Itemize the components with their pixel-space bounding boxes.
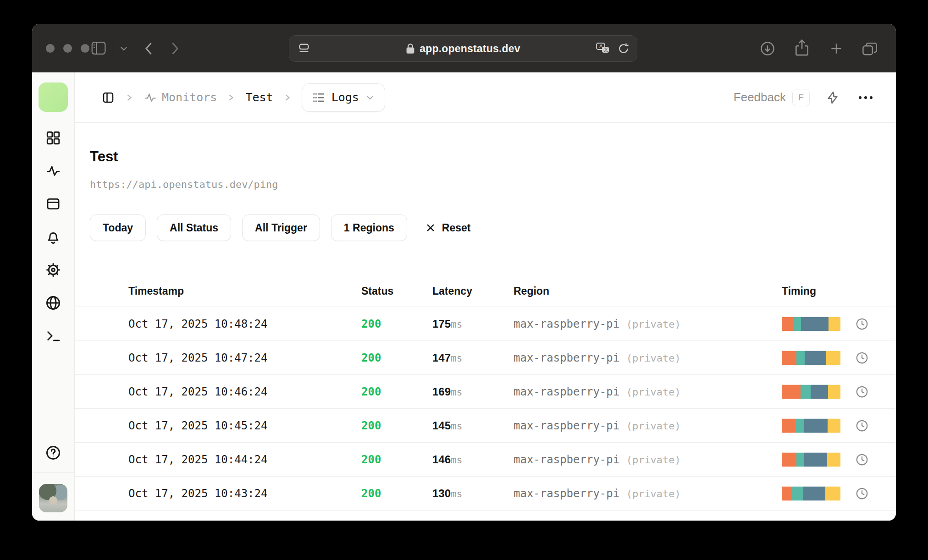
table-row[interactable]: Oct 17, 2025 10:44:24 200 146ms max-rasp… [75, 443, 896, 477]
clock-icon[interactable] [854, 486, 870, 501]
breadcrumb: Monitors Test [101, 83, 385, 112]
zoom-window-button[interactable] [81, 44, 89, 53]
reset-filters-button[interactable]: Reset [425, 222, 471, 234]
timing-bar [782, 317, 840, 331]
clock-icon[interactable] [854, 316, 870, 332]
sidebar-divider [32, 472, 74, 473]
more-options-icon[interactable] [856, 88, 876, 108]
row-region: max-raspberry-pi (private) [514, 385, 681, 398]
browser-window: app.openstatus.dev A 文 [32, 24, 896, 521]
globe-icon[interactable] [44, 293, 63, 313]
timing-bar [782, 452, 840, 467]
feedback-label: Feedback [734, 90, 786, 104]
clock-icon[interactable] [854, 452, 870, 467]
row-timestamp: Oct 17, 2025 10:46:24 [128, 385, 267, 398]
address-url[interactable]: app.openstatus.dev [420, 43, 520, 55]
filter-trigger-button[interactable]: All Trigger [242, 214, 320, 241]
new-tab-icon[interactable] [829, 41, 844, 56]
col-timing: Timing [782, 285, 816, 297]
page-title: Test [90, 148, 118, 165]
col-region: Region [514, 285, 549, 297]
dashboard-grid-icon[interactable] [44, 128, 63, 148]
traffic-lights[interactable] [46, 44, 89, 53]
logs-table: Timestamp Status Latency Region Timing O… [75, 275, 896, 511]
row-latency: 130ms [432, 487, 462, 500]
timing-segment-dns [782, 317, 794, 331]
main-area: Monitors Test [75, 72, 896, 521]
chevron-right-icon [125, 93, 133, 102]
monitor-endpoint-url: https://api.openstatus.dev/ping [90, 179, 278, 190]
activity-icon[interactable] [44, 161, 63, 181]
timing-segment-ttfb [803, 486, 825, 500]
row-latency: 145ms [432, 419, 462, 432]
header-actions: Feedback F [734, 88, 876, 108]
view-selector-button[interactable]: Logs [302, 83, 385, 112]
timing-segment-transfer [825, 486, 840, 500]
row-region: max-raspberry-pi (private) [514, 419, 681, 432]
feedback-shortcut-key: F [792, 89, 810, 106]
row-latency: 146ms [432, 453, 462, 466]
chevron-down-icon [365, 94, 375, 101]
chevron-right-icon [227, 93, 235, 102]
table-row[interactable]: Oct 17, 2025 10:46:24 200 169ms max-rasp… [75, 375, 896, 409]
feedback-button[interactable]: Feedback F [734, 89, 810, 106]
close-window-button[interactable] [46, 44, 55, 53]
browser-sidebar-toggle-icon[interactable] [91, 41, 106, 55]
timing-segment-dns [782, 418, 795, 433]
timing-segment-transfer [829, 317, 840, 331]
timing-segment-transfer [826, 351, 840, 365]
help-icon[interactable] [44, 443, 63, 462]
filter-status-button[interactable]: All Status [157, 214, 231, 241]
breadcrumb-current[interactable]: Test [245, 91, 273, 104]
bell-icon[interactable] [44, 227, 63, 247]
lightning-icon[interactable] [823, 88, 843, 108]
downloads-icon[interactable] [759, 40, 776, 57]
table-row[interactable]: Oct 17, 2025 10:48:24 200 175ms max-rasp… [75, 307, 896, 341]
clock-icon[interactable] [854, 384, 870, 400]
card-icon[interactable] [44, 194, 63, 214]
app-sidebar [32, 72, 75, 521]
close-icon [425, 223, 436, 233]
gear-icon[interactable] [44, 260, 63, 280]
timing-segment-dns [782, 486, 792, 500]
back-icon[interactable] [143, 40, 155, 57]
filter-period-button[interactable]: Today [90, 214, 146, 241]
app-root: Monitors Test [32, 72, 896, 521]
timing-segment-connection [792, 486, 803, 500]
page-settings-icon[interactable] [298, 42, 310, 55]
timing-segment-transfer [827, 452, 840, 467]
translate-icon[interactable]: A 文 [596, 42, 610, 55]
forward-icon[interactable] [169, 40, 181, 57]
tab-group-chevron-icon[interactable] [119, 46, 128, 51]
workspace-logo[interactable] [39, 82, 68, 112]
timing-segment-connection [794, 317, 801, 331]
row-timestamp: Oct 17, 2025 10:47:24 [128, 351, 267, 364]
timing-segment-ttfb [801, 317, 829, 331]
terminal-icon[interactable] [44, 326, 63, 346]
filter-bar: Today All Status All Trigger 1 Regions R… [90, 214, 470, 241]
row-region: max-raspberry-pi (private) [514, 351, 681, 364]
row-timestamp: Oct 17, 2025 10:43:24 [128, 487, 267, 500]
table-row[interactable]: Oct 17, 2025 10:47:24 200 147ms max-rasp… [75, 341, 896, 375]
col-status: Status [361, 285, 393, 297]
share-icon[interactable] [793, 38, 811, 58]
table-row[interactable]: Oct 17, 2025 10:45:24 200 145ms max-rasp… [75, 409, 896, 443]
clock-icon[interactable] [854, 350, 870, 366]
tab-overview-icon[interactable] [861, 40, 878, 57]
timing-segment-ttfb [805, 351, 826, 365]
timing-segment-ttfb [804, 418, 828, 433]
chrome-separator [113, 40, 113, 57]
row-region: max-raspberry-pi (private) [514, 318, 681, 330]
clock-icon[interactable] [854, 418, 870, 434]
panel-toggle-icon[interactable] [101, 91, 115, 104]
minimize-window-button[interactable] [63, 44, 72, 53]
user-avatar[interactable] [39, 484, 67, 512]
timing-segment-connection [796, 351, 805, 365]
reload-icon[interactable] [618, 43, 630, 55]
address-bar[interactable]: app.openstatus.dev A 文 [289, 35, 637, 62]
view-selector-label: Logs [331, 91, 359, 104]
breadcrumb-monitors[interactable]: Monitors [144, 91, 217, 104]
table-row[interactable]: Oct 17, 2025 10:43:24 200 130ms max-rasp… [75, 477, 896, 511]
filter-regions-button[interactable]: 1 Regions [331, 214, 407, 241]
row-timestamp: Oct 17, 2025 10:48:24 [128, 318, 267, 330]
